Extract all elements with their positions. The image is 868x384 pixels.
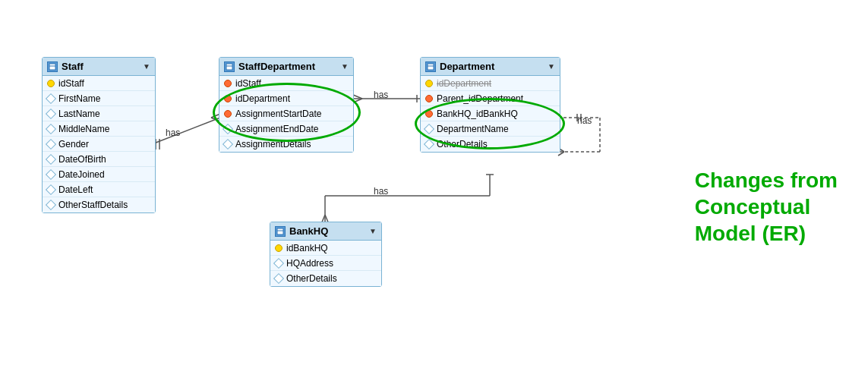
staff-field-DateJoined: DateJoined — [43, 167, 155, 182]
dept-field-DepartmentName: DepartmentName — [421, 121, 560, 137]
department-dropdown-icon[interactable]: ▼ — [548, 62, 555, 71]
staff-title: Staff — [62, 61, 84, 72]
svg-rect-28 — [277, 228, 283, 234]
bq-field-idBankHQ: idBankHQ — [270, 241, 381, 256]
bankhq-entity: BankHQ ▼ idBankHQ HQAddress OtherDetails — [270, 222, 382, 287]
staff-field-MiddleName: MiddleName — [43, 121, 155, 137]
svg-rect-26 — [428, 64, 434, 70]
fk-icon — [224, 80, 232, 87]
department-title: Department — [440, 61, 494, 72]
staff-table-icon — [47, 61, 58, 72]
bankhq-title: BankHQ — [289, 225, 328, 237]
changes-line3: Model (ER) — [695, 220, 838, 247]
attr-icon — [46, 93, 56, 103]
sd-field-AssignmentDetails: AssignmentDetails — [219, 137, 353, 152]
svg-line-0 — [152, 118, 220, 144]
rel-label-has-2: has — [374, 90, 388, 100]
changes-line2: Conceptual — [695, 194, 838, 220]
staffdepartment-table-icon — [224, 61, 235, 72]
bankhq-table-icon — [275, 226, 286, 237]
staffdepartment-header: StaffDepartment ▼ — [219, 58, 353, 76]
sd-field-idDepartment: idDepartment — [219, 91, 353, 106]
attr-icon — [46, 108, 56, 118]
rel-label-has-3: has — [374, 186, 388, 197]
attr-icon — [46, 168, 56, 179]
svg-rect-22 — [49, 64, 55, 70]
pk-icon — [425, 80, 433, 87]
bq-field-OtherDetails: OtherDetails — [270, 271, 381, 286]
bankhq-body: idBankHQ HQAddress OtherDetails — [270, 241, 381, 286]
staffdepartment-title: StaffDepartment — [238, 61, 315, 72]
svg-line-6 — [353, 95, 362, 99]
changes-from-text: Changes from Conceptual Model (ER) — [695, 167, 838, 247]
bankhq-dropdown-icon[interactable]: ▼ — [369, 227, 377, 235]
sd-field-idStaff: idStaff — [219, 76, 353, 91]
attr-icon — [223, 139, 233, 150]
staff-body: idStaff FirstName LastName MiddleName Ge… — [43, 76, 155, 212]
dept-field-OtherDetails: OtherDetails — [421, 137, 560, 152]
attr-icon — [273, 257, 284, 268]
attr-icon — [46, 123, 56, 134]
sd-field-AssignmentStartDate: AssignmentStartDate — [219, 106, 353, 121]
staff-dropdown-icon[interactable]: ▼ — [143, 62, 150, 71]
staffdepartment-entity: StaffDepartment ▼ idStaff idDepartment A… — [219, 57, 354, 153]
pk-icon — [275, 244, 282, 252]
bankhq-header: BankHQ ▼ — [270, 222, 381, 241]
department-table-icon — [425, 61, 436, 72]
fk-icon — [224, 110, 232, 118]
dept-field-idDepartment: idDepartment — [421, 76, 560, 91]
svg-rect-24 — [226, 64, 232, 70]
bq-field-HQAddress: HQAddress — [270, 256, 381, 271]
staff-field-DateOfBirth: DateOfBirth — [43, 152, 155, 167]
pk-icon — [47, 80, 55, 87]
staff-header: Staff ▼ — [43, 58, 155, 76]
staffdepartment-body: idStaff idDepartment AssignmentStartDate… — [219, 76, 353, 152]
staff-field-FirstName: FirstName — [43, 91, 155, 106]
diagram-area: Staff ▼ idStaff FirstName LastName Middl… — [0, 0, 868, 384]
department-entity: Department ▼ idDepartment Parent_idDepar… — [420, 57, 560, 153]
attr-icon — [424, 139, 434, 150]
dept-field-BankHQ_idBankHQ: BankHQ_idBankHQ — [421, 106, 560, 121]
attr-icon — [424, 123, 434, 134]
rel-label-has-4: has — [577, 115, 592, 126]
attr-icon — [46, 184, 56, 194]
attr-icon — [273, 273, 284, 284]
fk-icon — [224, 95, 232, 102]
staff-field-LastName: LastName — [43, 106, 155, 121]
attr-icon — [46, 200, 56, 210]
dept-field-Parent_idDepartment: Parent_idDepartment — [421, 91, 560, 106]
attr-icon — [46, 138, 56, 149]
department-header: Department ▼ — [421, 58, 560, 76]
fk-icon — [425, 110, 433, 118]
attr-icon — [223, 123, 233, 134]
department-body: idDepartment Parent_idDepartment BankHQ_… — [421, 76, 560, 152]
staff-field-idStaff: idStaff — [43, 76, 155, 91]
staff-field-Gender: Gender — [43, 137, 155, 152]
staffdepartment-dropdown-icon[interactable]: ▼ — [341, 62, 349, 71]
svg-line-7 — [353, 99, 362, 102]
changes-line1: Changes from — [695, 167, 838, 194]
rel-label-has-1: has — [166, 127, 180, 138]
attr-icon — [46, 153, 56, 164]
staff-field-DateLeft: DateLeft — [43, 182, 155, 197]
sd-field-AssignmentEndDate: AssignmentEndDate — [219, 121, 353, 137]
staff-field-OtherStaffDetails: OtherStaffDetails — [43, 197, 155, 212]
fk-icon — [425, 95, 433, 102]
staff-entity: Staff ▼ idStaff FirstName LastName Middl… — [42, 57, 156, 213]
